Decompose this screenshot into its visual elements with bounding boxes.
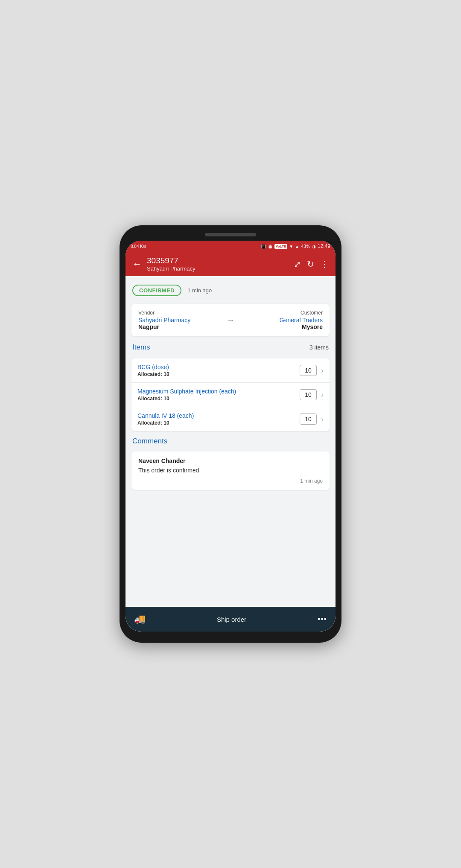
vendor-city: Nagpur xyxy=(138,323,222,330)
confirmed-badge: CONFIRMED xyxy=(132,285,181,296)
phone-device: 0.04 K/s 📳 ⏰ VoLTE ▼ ▲ 43% ◑ 12:49 ← 303… xyxy=(120,225,341,643)
vendor-label: Vendor xyxy=(138,310,222,316)
app-bar: ← 3035977 Sahyadri Pharmacy ⤢ ↻ ⋮ xyxy=(125,252,336,276)
item-name-2: Cannula IV 18 (each) xyxy=(137,412,295,419)
expand-icon[interactable]: ⤢ xyxy=(294,259,301,269)
alarm-icon: ⏰ xyxy=(268,244,273,249)
app-bar-title: 3035977 Sahyadri Pharmacy xyxy=(147,256,289,272)
items-count: 3 items xyxy=(309,344,329,351)
spacer xyxy=(131,495,330,504)
items-title: Items xyxy=(132,343,150,352)
comment-author: Naveen Chander xyxy=(138,457,323,464)
item-qty-1: 10 xyxy=(300,389,317,400)
item-qty-0: 10 xyxy=(300,365,317,376)
item-allocated-2: Allocated: 10 xyxy=(137,420,295,426)
time-ago: 1 min ago xyxy=(187,287,212,294)
comments-title: Comments xyxy=(132,437,167,446)
vendor-customer-card: Vendor Sahyadri Pharmacy Nagpur → Custom… xyxy=(131,304,330,336)
more-options-button[interactable]: ••• xyxy=(318,615,327,624)
item-info-0: BCG (dose) Allocated: 10 xyxy=(137,364,295,377)
chevron-right-icon-0[interactable]: › xyxy=(321,366,324,375)
bottom-bar: 🚚 Ship order ••• xyxy=(125,607,336,632)
store-name: Sahyadri Pharmacy xyxy=(147,265,289,272)
vendor-section: Vendor Sahyadri Pharmacy Nagpur xyxy=(138,310,222,330)
wifi-icon: ▼ xyxy=(289,244,293,249)
phone-screen: 0.04 K/s 📳 ⏰ VoLTE ▼ ▲ 43% ◑ 12:49 ← 303… xyxy=(125,241,336,632)
item-qty-2: 10 xyxy=(300,414,317,425)
comment-time: 1 min ago xyxy=(138,478,323,484)
item-info-1: Magnesium Sulphate Injection (each) Allo… xyxy=(137,388,295,402)
items-section-header: Items 3 items xyxy=(131,341,330,353)
battery-percent: 43% xyxy=(301,244,310,249)
customer-city: Mysore xyxy=(239,323,323,330)
back-button[interactable]: ← xyxy=(132,259,142,270)
item-name-0: BCG (dose) xyxy=(137,364,295,370)
chevron-right-icon-2[interactable]: › xyxy=(321,415,324,424)
customer-name: General Traders xyxy=(239,317,323,323)
chevron-right-icon-1[interactable]: › xyxy=(321,390,324,399)
comment-text: This order is confirmed. xyxy=(138,467,323,474)
volte-badge: VoLTE xyxy=(274,244,287,249)
item-info-2: Cannula IV 18 (each) Allocated: 10 xyxy=(137,412,295,426)
status-icons: 📳 ⏰ VoLTE ▼ ▲ 43% ◑ 12:49 xyxy=(261,243,330,249)
main-content: CONFIRMED 1 min ago Vendor Sahyadri Phar… xyxy=(125,276,336,607)
refresh-icon[interactable]: ↻ xyxy=(307,259,314,269)
item-allocated-0: Allocated: 10 xyxy=(137,371,295,377)
order-id: 3035977 xyxy=(147,256,289,265)
vibrate-icon: 📳 xyxy=(261,244,266,249)
status-bar: 0.04 K/s 📳 ⏰ VoLTE ▼ ▲ 43% ◑ 12:49 xyxy=(125,241,336,252)
network-speed: 0.04 K/s xyxy=(131,244,146,249)
phone-notch xyxy=(205,233,256,236)
item-allocated-1: Allocated: 10 xyxy=(137,396,295,402)
table-row[interactable]: BCG (dose) Allocated: 10 10 › xyxy=(131,358,330,383)
app-bar-actions: ⤢ ↻ ⋮ xyxy=(294,259,329,269)
menu-icon[interactable]: ⋮ xyxy=(320,259,329,269)
arrow-right-icon: → xyxy=(226,315,235,325)
signal-icon: ▲ xyxy=(295,244,299,249)
comment-card: Naveen Chander This order is confirmed. … xyxy=(131,451,330,490)
table-row[interactable]: Magnesium Sulphate Injection (each) Allo… xyxy=(131,383,330,407)
ship-order-button[interactable]: Ship order xyxy=(136,616,327,623)
items-card: BCG (dose) Allocated: 10 10 › Magnesium … xyxy=(131,358,330,431)
customer-section: Customer General Traders Mysore xyxy=(239,310,323,330)
table-row[interactable]: Cannula IV 18 (each) Allocated: 10 10 › xyxy=(131,407,330,431)
comments-section-header: Comments xyxy=(131,436,330,446)
item-name-1: Magnesium Sulphate Injection (each) xyxy=(137,388,295,395)
battery-icon: ◑ xyxy=(312,244,316,249)
vendor-name: Sahyadri Pharmacy xyxy=(138,317,222,323)
clock: 12:49 xyxy=(318,243,330,249)
status-row: CONFIRMED 1 min ago xyxy=(131,282,330,299)
customer-label: Customer xyxy=(239,310,323,316)
